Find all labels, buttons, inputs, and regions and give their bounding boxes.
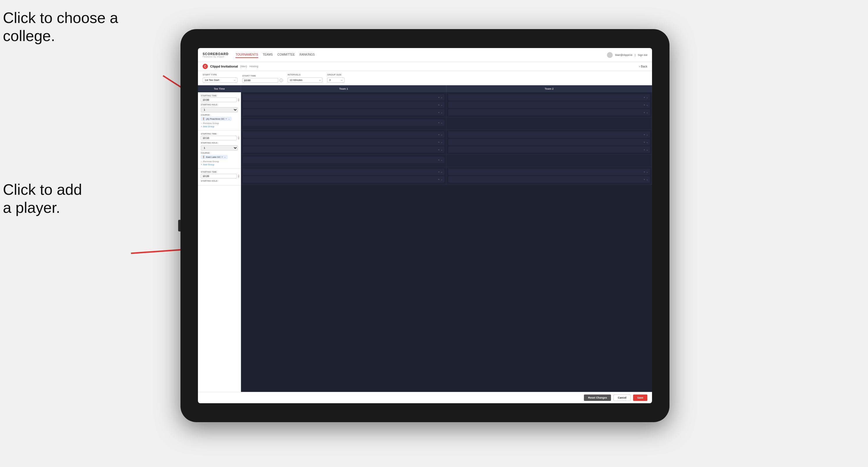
group1-hole-select[interactable]: 1: [201, 107, 238, 113]
group-3-section: STARTING TIME: i STARTING HOLE:: [198, 168, 241, 185]
table-row-2: × ⌄ × ⌄ × ⌄: [241, 130, 652, 155]
sign-out-link[interactable]: Sign out: [638, 54, 647, 57]
team2-row1: × ⌄ × ⌄ × ⌄: [446, 92, 652, 117]
player-slot-chevron-icon-3[interactable]: ⌄: [441, 111, 443, 114]
player-slot-x-icon-2[interactable]: ×: [438, 104, 439, 106]
group1-course-label: COURSE:: [201, 114, 238, 116]
player-slot-x-icon-3[interactable]: ×: [438, 111, 439, 114]
p-c-2[interactable]: ⌄: [646, 104, 648, 106]
start-type-label: Start Type: [203, 73, 238, 76]
brand-sub: Powered by clippd: [203, 56, 228, 58]
gender-badge: (Men): [240, 65, 247, 68]
group1-time-label: STARTING TIME:: [201, 95, 238, 97]
controls-row: Start Type 1st Tee Start Start Time i In…: [198, 71, 652, 85]
start-time-label: Start Time: [242, 74, 283, 77]
player-slot-2-2-2: × ⌄: [448, 139, 650, 145]
p-c-3[interactable]: ⌄: [646, 111, 648, 114]
group3-time-input[interactable]: [201, 174, 237, 179]
p-x-2[interactable]: ×: [644, 104, 645, 106]
nav-teams[interactable]: TEAMS: [263, 52, 273, 58]
start-type-select[interactable]: 1st Tee Start: [203, 77, 238, 83]
nav-links: TOURNAMENTS TEAMS COMMITTEE RANKINGS: [236, 52, 607, 58]
course-slot-3: × ⌄: [243, 157, 444, 163]
course-cell-4: [446, 155, 652, 166]
intervals-group: Intervals 10 Minutes: [287, 73, 322, 83]
group1-course-icon: 🏌: [202, 118, 205, 120]
cancel-button[interactable]: Cancel: [613, 395, 631, 401]
course-cell-2: [446, 118, 652, 129]
tablet-device: SCOREBOARD Powered by clippd TOURNAMENTS…: [181, 29, 670, 422]
player-slot-1-2-1: × ⌄: [448, 94, 650, 100]
start-time-group: Start Time i: [242, 74, 283, 83]
group1-course-remove-x[interactable]: ×: [225, 117, 227, 120]
player-slot-2-2-1: × ⌄: [448, 131, 650, 138]
annotation-text1-line2: college.: [3, 27, 55, 44]
p-x-3[interactable]: ×: [644, 111, 645, 114]
hosting-badge: Hosting: [249, 65, 258, 68]
group1-hole-wrapper: 1: [201, 106, 238, 113]
team1-row3: × ⌄ × ⌄: [241, 167, 446, 184]
group2-time-label: STARTING TIME:: [201, 133, 238, 135]
player-slot-chevron-icon-2[interactable]: ⌄: [441, 104, 443, 106]
player-slot-1-1-3: × ⌄: [243, 109, 444, 116]
group2-time-input[interactable]: [201, 136, 237, 140]
col-tee-time: Tee Time: [198, 85, 241, 92]
group2-remove-group[interactable]: ○Remove Group: [201, 160, 238, 163]
save-button[interactable]: Save: [633, 395, 647, 401]
group1-hole-label: STARTING HOLE:: [201, 104, 238, 106]
group2-course-name: East Lake GC: [206, 156, 221, 158]
nav-committee[interactable]: COMMITTEE: [277, 52, 295, 58]
group3-time-row: i: [201, 174, 238, 179]
avatar: [607, 52, 613, 58]
group1-add-group[interactable]: +Add Group: [201, 125, 238, 128]
start-time-input[interactable]: [242, 78, 278, 83]
player-slot-3-1-2: × ⌄: [243, 176, 444, 183]
p-c-1[interactable]: ⌄: [646, 96, 648, 99]
group2-add-group[interactable]: +Add Group: [201, 163, 238, 166]
player-slot-1-2-2: × ⌄: [448, 102, 650, 108]
tablet-notch: [178, 220, 181, 231]
player-slot-2-2-3: × ⌄: [448, 147, 650, 153]
intervals-select[interactable]: 10 Minutes: [287, 77, 322, 83]
start-time-info-icon: i: [279, 79, 283, 82]
p-x-1[interactable]: ×: [644, 96, 645, 99]
intervals-label: Intervals: [287, 73, 322, 76]
nav-tournaments[interactable]: TOURNAMENTS: [236, 52, 258, 58]
group1-time-input[interactable]: [201, 97, 237, 102]
back-button[interactable]: ‹ Back: [639, 65, 647, 68]
group3-time-label: STARTING TIME:: [201, 171, 238, 173]
sub-header: C Clippd Invitational (Men) Hosting ‹ Ba…: [198, 62, 652, 71]
group-size-label: Group Size: [327, 73, 345, 76]
player-slot-x-icon[interactable]: ×: [438, 96, 439, 99]
player-slot-3-1-1: × ⌄: [243, 168, 444, 175]
intervals-select-wrapper: 10 Minutes: [287, 77, 322, 83]
group3-hole-label: STARTING HOLE:: [201, 180, 238, 182]
group-1-section: STARTING TIME: i STARTING HOLE: 1: [198, 92, 241, 130]
nav-right: blair@clippd.io | Sign out: [607, 52, 647, 58]
group-size-select[interactable]: 3: [327, 77, 345, 83]
left-panel: STARTING TIME: i STARTING HOLE: 1: [198, 92, 241, 392]
group2-course-remove-x[interactable]: ×: [221, 155, 223, 158]
brand-logo: SCOREBOARD Powered by clippd: [203, 52, 228, 58]
group2-course-chevron[interactable]: ⌄: [224, 155, 226, 158]
annotation-text1-line1: Click to choose a: [3, 9, 118, 26]
user-email: blair@clippd.io: [615, 54, 632, 57]
nav-rankings[interactable]: RANKINGS: [300, 52, 315, 58]
group2-hole-wrapper: 1: [201, 145, 238, 151]
player-slot-chevron-icon[interactable]: ⌄: [441, 96, 443, 99]
annotation-text2-line2: a player.: [3, 199, 60, 216]
group1-course-chevron[interactable]: ⌄: [228, 117, 230, 120]
group2-hole-select[interactable]: 1: [201, 145, 238, 151]
annotation-text2-line1: Click to add: [3, 181, 82, 198]
group3-time-info: i: [238, 175, 239, 178]
player-slot-1-1-2: × ⌄: [243, 102, 444, 108]
player-slot-1-1-1: × ⌄: [243, 94, 444, 100]
table-body: STARTING TIME: i STARTING HOLE: 1: [198, 92, 652, 392]
annotation-add-player: Click to add a player.: [3, 181, 82, 217]
group1-course-name: (A) Peachtree GC: [206, 118, 225, 120]
pipe-separator: |: [635, 54, 636, 57]
player-slot-2-1-3: × ⌄: [243, 147, 444, 153]
reset-button[interactable]: Reset Changes: [584, 395, 611, 401]
group1-remove-group[interactable]: ○Remove Group: [201, 122, 238, 125]
player-slot-2-1-2: × ⌄: [243, 139, 444, 145]
